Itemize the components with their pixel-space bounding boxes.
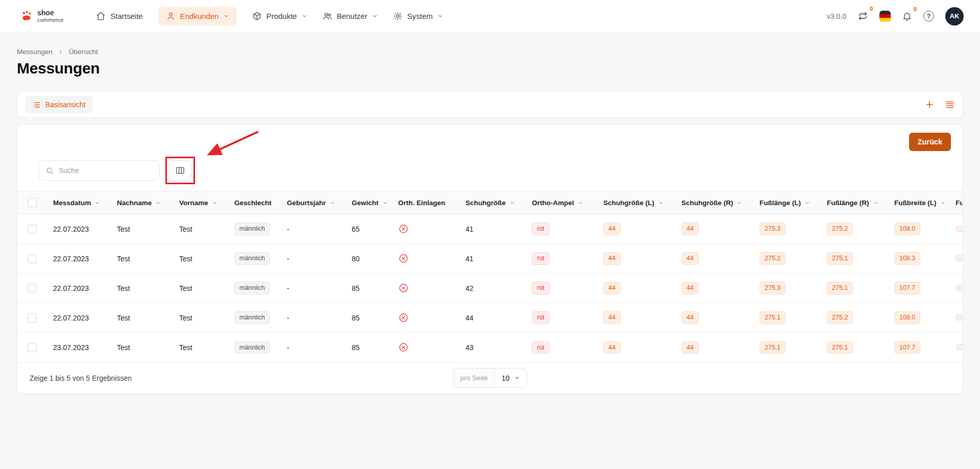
column-header-geschlecht: Geschlecht (227, 191, 280, 214)
notifications-button[interactable]: 0 (902, 11, 912, 21)
sort-chevron-icon[interactable] (578, 200, 583, 206)
circle-x-icon (398, 342, 409, 353)
cell-schuhgroesse: 43 (458, 333, 525, 362)
cell-messdatum: 22.07.2023 (46, 303, 110, 333)
cell-text: 22.07.2023 (53, 255, 89, 263)
per-page-select[interactable]: pro Seite 10 (453, 368, 527, 388)
column-header-schuhgroesse[interactable]: Schuhgröße (458, 191, 525, 214)
cell-select (17, 333, 46, 362)
rows-density-button[interactable] (945, 100, 955, 110)
column-settings-button[interactable] (169, 160, 191, 181)
cell-text: Test (179, 343, 192, 352)
cell-gewicht: 65 (345, 214, 391, 244)
column-label: Geschlecht (234, 199, 272, 207)
value-badge: 108.3 (894, 252, 920, 265)
products-icon (252, 11, 262, 21)
cell-text: - (287, 255, 289, 263)
column-label: Schuhgröße (L) (603, 199, 654, 207)
table-row[interactable]: 22.07.2023TestTestmännlich-8542rot444427… (17, 274, 963, 303)
results-summary: Zeige 1 bis 5 von 5 Ergebnissen (30, 374, 132, 382)
cell-messdatum: 23.07.2023 (46, 333, 110, 362)
sort-chevron-icon[interactable] (509, 200, 515, 206)
ortho-ampel-badge: rot (532, 282, 550, 294)
add-view-button[interactable] (924, 100, 935, 110)
gender-badge: männlich (234, 341, 270, 354)
value-badge: 275.1 (827, 341, 853, 354)
column-header-vorname[interactable]: Vorname (172, 191, 227, 214)
column-header-geburtsjahr[interactable]: Geburtsjahr (280, 191, 345, 214)
circle-x-icon (398, 283, 409, 293)
gender-badge: männlich (234, 223, 270, 235)
row-checkbox[interactable] (28, 254, 37, 263)
nav-item-endkunden[interactable]: Endkunden (158, 7, 237, 26)
row-checkbox[interactable] (28, 343, 37, 352)
sort-chevron-icon[interactable] (737, 200, 742, 206)
cell-ortho_ampel: rot (525, 333, 596, 362)
cell-ortho_ampel: rot (525, 274, 596, 303)
sort-chevron-icon[interactable] (382, 200, 388, 206)
cell-text: Test (117, 225, 130, 233)
column-header-schuhgroesse_l[interactable]: Schuhgröße (L) (596, 191, 674, 214)
view-selector-button[interactable]: Basisansicht (25, 96, 93, 113)
row-checkbox[interactable] (28, 313, 37, 323)
cell-text: Test (179, 314, 192, 322)
back-button[interactable]: Zurück (909, 133, 951, 151)
sort-chevron-icon[interactable] (804, 200, 810, 206)
sort-chevron-icon[interactable] (94, 200, 100, 206)
nav-item-produkte[interactable]: Produkte (252, 11, 307, 21)
cell-fussbreite_l: 107.7 (887, 333, 948, 362)
table-row[interactable]: 23.07.2023TestTestmännlich-8543rot444427… (17, 333, 963, 362)
column-header-fusslaenge_l[interactable]: Fußlänge (L) (752, 191, 820, 214)
breadcrumb-uebersicht[interactable]: Übersicht (69, 48, 98, 56)
cell-geschlecht: männlich (227, 214, 280, 244)
sort-chevron-icon[interactable] (940, 200, 946, 206)
cell-text: 41 (465, 255, 474, 263)
value-badge: 275.1 (827, 252, 853, 265)
column-label: Messdatum (53, 199, 91, 207)
table-row[interactable]: 22.07.2023TestTestmännlich-6541rot444427… (17, 214, 963, 244)
list-view-icon (32, 101, 41, 109)
breadcrumb-messungen[interactable]: Messungen (17, 48, 53, 56)
app-logo[interactable]: shoe commerce (20, 9, 63, 23)
column-header-nachname[interactable]: Nachname (110, 191, 172, 214)
column-header-fussbreite_r[interactable]: Fußbreite (R) (948, 191, 963, 214)
column-header-gewicht[interactable]: Gewicht (345, 191, 391, 214)
nav-item-benutzer[interactable]: Benutzer (323, 11, 378, 21)
table-row[interactable]: 22.07.2023TestTestmännlich-8544rot444427… (17, 303, 963, 333)
table-footer: Zeige 1 bis 5 von 5 Ergebnissen pro Seit… (17, 362, 963, 393)
column-header-fusslaenge_r[interactable]: Fußlänge (R) (820, 191, 887, 214)
nav-item-startseite[interactable]: Startseite (96, 11, 142, 21)
table-row[interactable]: 22.07.2023TestTestmännlich-8041rot444427… (17, 244, 963, 274)
column-label: Fußbreite (L) (894, 199, 937, 207)
column-header-ortho_ampel[interactable]: Ortho-Ampel (525, 191, 596, 214)
value-badge: 275.1 (827, 282, 853, 294)
sort-chevron-icon[interactable] (330, 200, 335, 206)
cell-messdatum: 22.07.2023 (46, 214, 110, 244)
cell-nachname: Test (110, 333, 172, 362)
cell-fussbreite_r (948, 274, 963, 303)
column-header-fussbreite_l[interactable]: Fußbreite (L) (887, 191, 948, 214)
language-flag-german[interactable] (879, 11, 891, 22)
sync-button[interactable]: 0 (857, 11, 868, 21)
sync-count-badge: 0 (870, 6, 873, 12)
search-input[interactable] (59, 166, 153, 175)
cell-geburtsjahr: - (280, 274, 345, 303)
avatar[interactable]: AK (945, 7, 964, 26)
help-button[interactable]: ? (923, 11, 934, 21)
column-header-schuhgroesse_r[interactable]: Schuhgröße (R) (674, 191, 752, 214)
sort-chevron-icon[interactable] (155, 200, 161, 206)
nav-item-system[interactable]: System (393, 11, 443, 21)
cell-schuhgroesse_l: 44 (596, 333, 674, 362)
sort-chevron-icon[interactable] (873, 200, 878, 206)
select-all-checkbox[interactable] (28, 198, 37, 207)
cell-text: 85 (352, 343, 360, 352)
cell-nachname: Test (110, 303, 172, 333)
sort-chevron-icon[interactable] (212, 200, 217, 206)
value-badge (955, 226, 963, 232)
row-checkbox[interactable] (28, 225, 37, 234)
column-header-messdatum[interactable]: Messdatum (46, 191, 110, 214)
nav-item-label: Startseite (110, 12, 142, 20)
sort-chevron-icon[interactable] (658, 200, 664, 206)
gender-badge: männlich (234, 282, 270, 294)
row-checkbox[interactable] (28, 284, 37, 293)
